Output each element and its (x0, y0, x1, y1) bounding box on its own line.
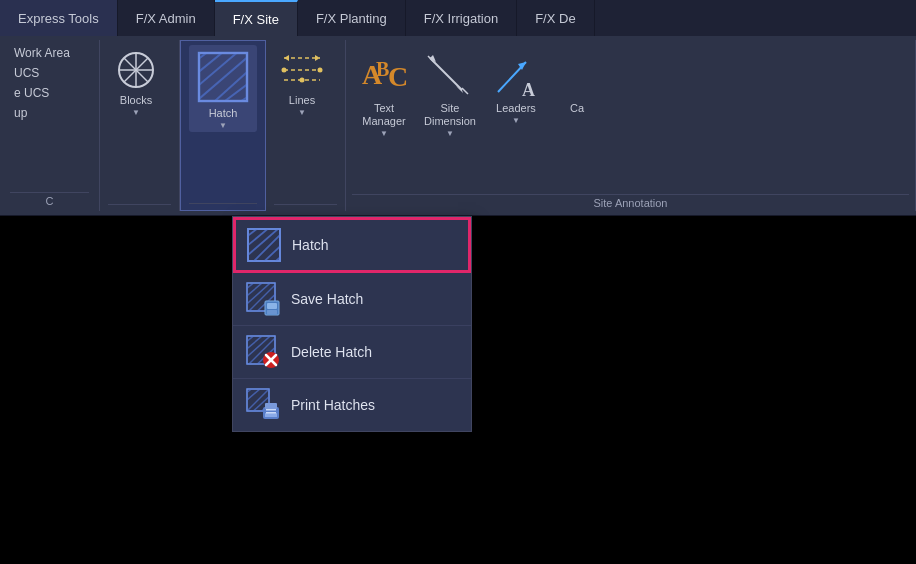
hatch-group: Hatch ▼ (180, 40, 266, 211)
svg-text:C: C (388, 61, 408, 92)
text-manager-icon: A B C (358, 48, 410, 100)
tab-fx-de[interactable]: F/X De (517, 0, 594, 36)
svg-rect-58 (267, 310, 277, 314)
svg-rect-83 (265, 413, 277, 417)
hatch-group-label (189, 203, 257, 208)
svg-rect-37 (248, 229, 280, 261)
lines-group-label (274, 204, 337, 209)
svg-rect-84 (266, 409, 276, 411)
hatch-arrow: ▼ (219, 121, 227, 130)
hatch-button[interactable]: Hatch ▼ (189, 45, 257, 132)
svg-point-23 (318, 68, 323, 73)
svg-line-49 (245, 281, 269, 301)
site-annotation-group: A B C Text Manager ▼ (346, 40, 916, 211)
svg-rect-36 (248, 229, 280, 261)
dropdown-hatch-label: Hatch (292, 237, 329, 253)
svg-text:A: A (522, 80, 535, 100)
site-dimension-arrow: ▼ (446, 129, 454, 138)
blocks-label: Blocks (120, 94, 152, 107)
site-dimension-label: Site Dimension (424, 102, 476, 128)
hatch-icon (195, 49, 251, 105)
dropdown-item-print-hatches[interactable]: Print Hatches (233, 379, 471, 431)
svg-line-62 (245, 334, 269, 354)
leaders-label: Leaders (496, 102, 536, 115)
text-manager-button[interactable]: A B C Text Manager ▼ (352, 44, 416, 140)
e-ucs-item[interactable]: e UCS (10, 84, 89, 102)
svg-line-28 (430, 58, 462, 90)
svg-line-39 (246, 227, 276, 251)
blocks-group-label (108, 204, 171, 209)
dropdown-delete-hatch-icon (245, 334, 281, 370)
blocks-button[interactable]: Blocks ▼ (108, 44, 164, 119)
text-manager-label: Text Manager (362, 102, 405, 128)
svg-line-32 (462, 88, 468, 94)
ucs-item[interactable]: UCS (10, 64, 89, 82)
leaders-icon: A (490, 48, 542, 100)
ribbon-content: Work Area UCS e UCS up C (0, 36, 916, 216)
svg-marker-19 (284, 55, 289, 61)
svg-rect-57 (267, 303, 277, 309)
site-dimension-button[interactable]: Site Dimension ▼ (418, 44, 482, 140)
lines-group: Lines ▼ (266, 40, 346, 211)
dropdown-delete-hatch-label: Delete Hatch (291, 344, 372, 360)
leaders-arrow: ▼ (512, 116, 520, 125)
work-area-item[interactable]: Work Area (10, 44, 89, 62)
tab-fx-admin[interactable]: F/X Admin (118, 0, 215, 36)
svg-line-11 (195, 63, 251, 105)
site-annotation-label: Site Annotation (352, 194, 909, 209)
dropdown-item-hatch[interactable]: Hatch (233, 217, 471, 273)
hatch-group-items: Hatch ▼ (189, 45, 257, 201)
ribbon: Express Tools F/X Admin F/X Site F/X Pla… (0, 0, 916, 216)
dropdown-save-hatch-label: Save Hatch (291, 291, 363, 307)
blocks-group: Blocks ▼ (100, 40, 180, 211)
dropdown-hatch-icon (246, 227, 282, 263)
svg-rect-82 (265, 403, 277, 409)
dropdown-print-hatches-label: Print Hatches (291, 397, 375, 413)
blocks-icon (114, 48, 158, 92)
dropdown-print-hatches-icon (245, 387, 281, 423)
up-item[interactable]: up (10, 104, 89, 122)
hatch-label: Hatch (209, 107, 238, 120)
left-group-items: Work Area UCS e UCS up (10, 44, 89, 190)
dropdown-item-save-hatch[interactable]: Save Hatch (233, 273, 471, 326)
tab-express-tools[interactable]: Express Tools (0, 0, 118, 36)
site-annotation-items: A B C Text Manager ▼ (352, 44, 909, 192)
svg-point-24 (300, 78, 305, 83)
tab-row: Express Tools F/X Admin F/X Site F/X Pla… (0, 0, 916, 36)
ca-icon (559, 48, 595, 100)
lines-group-items: Lines ▼ (274, 44, 337, 202)
lines-arrow: ▼ (298, 108, 306, 117)
tab-fx-planting[interactable]: F/X Planting (298, 0, 406, 36)
tab-fx-site[interactable]: F/X Site (215, 0, 298, 36)
ca-button[interactable]: Ca (550, 44, 604, 117)
tab-fx-irrigation[interactable]: F/X Irrigation (406, 0, 517, 36)
dropdown-item-delete-hatch[interactable]: Delete Hatch (233, 326, 471, 379)
leaders-button[interactable]: A Leaders ▼ (484, 44, 548, 127)
svg-rect-45 (248, 229, 280, 261)
dropdown-menu: Hatch (232, 216, 472, 432)
left-group: Work Area UCS e UCS up C (0, 40, 100, 211)
text-manager-arrow: ▼ (380, 129, 388, 138)
lines-icon (280, 48, 324, 92)
svg-marker-18 (315, 55, 320, 61)
lines-button[interactable]: Lines ▼ (274, 44, 330, 119)
blocks-group-items: Blocks ▼ (108, 44, 171, 202)
svg-point-22 (282, 68, 287, 73)
lines-label: Lines (289, 94, 315, 107)
site-dimension-icon (424, 48, 476, 100)
left-group-label: C (10, 192, 89, 209)
svg-rect-85 (266, 412, 276, 414)
dropdown-save-hatch-icon (245, 281, 281, 317)
ca-label: Ca (570, 102, 584, 115)
blocks-arrow: ▼ (132, 108, 140, 117)
